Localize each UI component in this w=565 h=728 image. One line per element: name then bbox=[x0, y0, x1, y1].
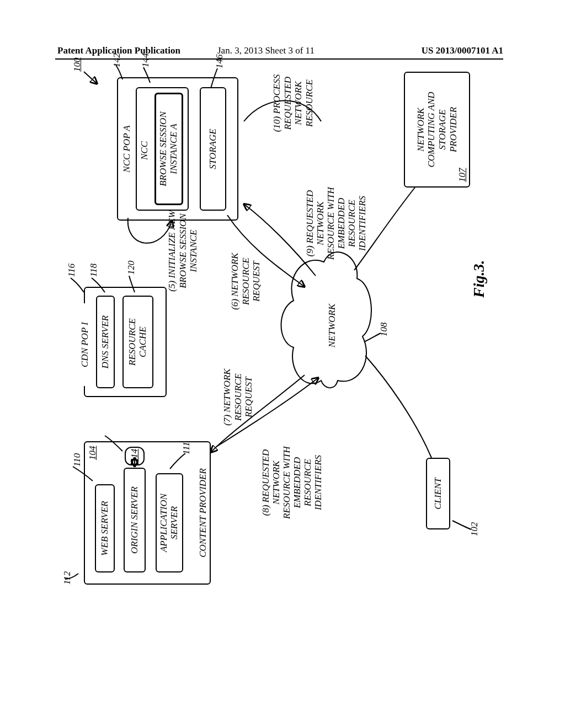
ref-107: 107 bbox=[457, 168, 468, 183]
client-label: CLIENT bbox=[433, 478, 444, 510]
dns-server-label: DNS SERVER bbox=[100, 315, 111, 368]
flow-9: (9) REQUESTED NETWORK RESOURCE WITH EMBE… bbox=[305, 171, 367, 276]
ref-118: 118 bbox=[88, 264, 99, 277]
content-provider-label: CONTENT PROVIDER bbox=[198, 458, 209, 568]
web-server-box: WEB SERVER bbox=[95, 484, 115, 572]
ref-111: 111 bbox=[181, 442, 192, 454]
flow-6: (6) NETWORK RESOURCE REQUEST bbox=[230, 243, 262, 320]
resource-cache-label: RESOURCE CACHE bbox=[127, 318, 148, 366]
figure-caption: Fig.3. bbox=[470, 260, 488, 298]
ref-114: 114 bbox=[129, 449, 140, 462]
ref-116: 116 bbox=[66, 264, 77, 277]
origin-server-label: ORIGIN SERVER bbox=[129, 486, 140, 554]
ref-146: 146 bbox=[214, 55, 225, 69]
application-server-box: APPLICATION SERVER bbox=[156, 473, 183, 572]
flow-10: (10) PROCESS REQUESTED NETWORK RESOURCE bbox=[271, 62, 315, 144]
network-label: NETWORK bbox=[327, 304, 338, 347]
cdn-pop-title: CDN POP I bbox=[77, 303, 93, 386]
ref-100: 100 bbox=[72, 58, 83, 72]
resource-cache-box: RESOURCE CACHE bbox=[122, 296, 153, 388]
ref-104: 104 bbox=[87, 446, 98, 461]
web-server-label: WEB SERVER bbox=[99, 501, 110, 555]
flow-7: (7) NETWORK RESOURCE REQUEST bbox=[222, 358, 254, 436]
ref-142: 142 bbox=[111, 53, 122, 68]
application-server-label: APPLICATION SERVER bbox=[159, 494, 179, 552]
dns-server-box: DNS SERVER bbox=[96, 296, 115, 388]
client-box: CLIENT bbox=[426, 458, 450, 529]
storage-box: STORAGE bbox=[200, 87, 226, 211]
ref-112: 112 bbox=[62, 571, 73, 585]
browse-session-label: BROWSE SESSION INSTANCE A bbox=[158, 111, 179, 186]
ref-110: 110 bbox=[72, 453, 83, 467]
ref-102: 102 bbox=[469, 522, 480, 537]
storage-label: STORAGE bbox=[207, 129, 218, 169]
ncc-label: NCC bbox=[139, 141, 150, 160]
ncc-pop-title: NCC POP A bbox=[121, 110, 132, 188]
ref-120: 120 bbox=[126, 261, 137, 275]
ref-144: 144 bbox=[140, 53, 151, 68]
browse-session-box: BROWSE SESSION INSTANCE A bbox=[154, 93, 183, 205]
ref-108: 108 bbox=[379, 323, 390, 337]
flow-8: (8) REQUESTED NETWORK RESOURCE WITH EMBE… bbox=[260, 430, 323, 535]
ncsp-label: NETWORK COMPUTING AND STORAGE PROVIDER bbox=[415, 92, 459, 167]
cdn-pop-label: CDN POP I bbox=[79, 322, 90, 367]
origin-server-box: ORIGIN SERVER bbox=[124, 468, 146, 572]
flow-5: (5) INITIALIZE NEW BROWSE SESSION INSTAN… bbox=[167, 199, 199, 303]
